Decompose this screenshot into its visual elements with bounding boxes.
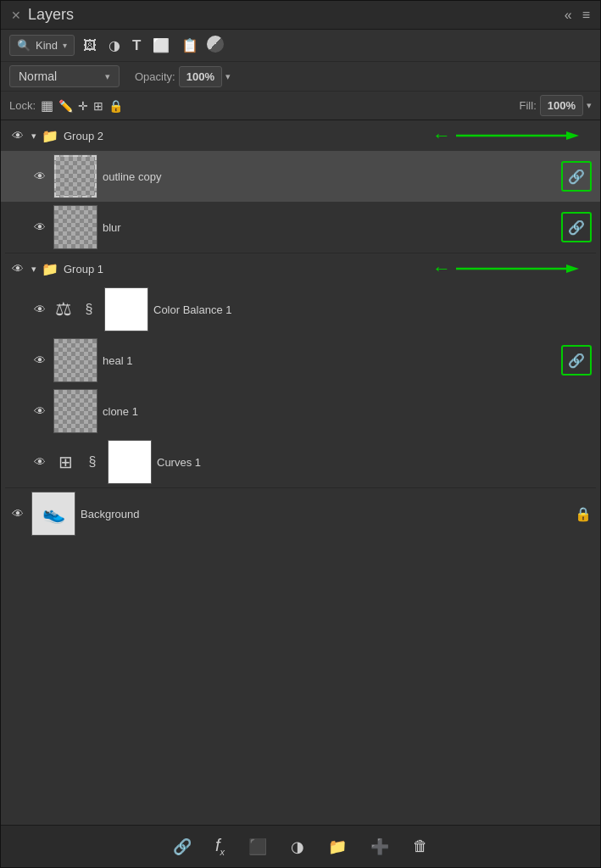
mask-button[interactable]: ⬛ — [245, 834, 270, 860]
lock-label: Lock: — [9, 99, 36, 112]
white-thumbnail — [105, 288, 147, 331]
checker-thumbnail — [54, 339, 97, 381]
search-icon: 🔍 — [17, 39, 31, 52]
layer-row[interactable]: 👁 clone 1 — [1, 386, 600, 437]
layer-row[interactable]: 👁 ⊞ § Curves 1 — [1, 437, 600, 487]
image-filter-icon[interactable]: 🖼 — [80, 36, 100, 55]
blend-chevron-icon: ▾ — [105, 71, 110, 82]
checker-thumbnail — [54, 206, 97, 248]
close-button[interactable]: ✕ — [11, 8, 21, 22]
mask-link-icon: § — [79, 302, 99, 317]
effects-button[interactable]: fx — [212, 832, 228, 860]
link-icon: 🔗 — [568, 169, 585, 185]
layer-thumbnail — [108, 440, 152, 484]
layer-row[interactable]: 👁 ▾ 📁 Group 1 ← — [1, 253, 600, 284]
visibility-icon[interactable]: 👁 — [9, 129, 26, 142]
expand-icon[interactable]: ▾ — [31, 264, 36, 275]
white-thumbnail — [109, 441, 151, 483]
layer-name: Group 1 — [64, 263, 424, 275]
layer-name: heal 1 — [103, 354, 556, 367]
lock-checkerboard-icon[interactable]: ▦ — [41, 97, 53, 114]
group-folder-icon: 📁 — [42, 128, 58, 144]
expand-icon[interactable]: ▾ — [31, 131, 36, 142]
fill-section: Fill: 100% ▾ — [520, 95, 592, 116]
curves-adjustment-icon: ⊞ — [53, 452, 77, 472]
visibility-icon[interactable]: 👁 — [31, 455, 48, 469]
panel-title: Layers — [28, 6, 74, 24]
layer-name: Color Balance 1 — [153, 303, 592, 316]
visibility-icon[interactable]: 👁 — [31, 303, 48, 316]
blendmode-toolbar: Normal ▾ Opacity: 100% ▾ — [1, 62, 600, 92]
layer-thumbnail — [53, 338, 97, 382]
checker-thumbnail — [54, 155, 97, 198]
annotation-arrow-group2: ← — [432, 125, 451, 147]
adjustment-filter-icon[interactable]: ◑ — [105, 36, 124, 55]
opacity-chevron-icon[interactable]: ▾ — [225, 71, 231, 82]
lock-all-icon[interactable]: 🔒 — [109, 99, 123, 113]
layer-thumbnail: 👟 — [31, 492, 75, 536]
filter-toolbar: 🔍 Kind ▾ 🖼 ◑ T ⬜ 📋 — [1, 30, 600, 62]
layer-thumbnail — [104, 287, 148, 331]
fill-value[interactable]: 100% — [540, 95, 583, 116]
adjustment-button[interactable]: ◑ — [287, 834, 308, 860]
layer-name: outline copy — [103, 170, 556, 183]
link-badge[interactable]: 🔗 — [561, 161, 592, 192]
sneaker-thumbnail: 👟 — [32, 492, 75, 535]
layer-row[interactable]: 👁 blur 🔗 — [1, 202, 600, 253]
kind-dropdown[interactable]: 🔍 Kind ▾ — [9, 35, 75, 56]
layer-row[interactable]: 👁 heal 1 🔗 — [1, 335, 600, 386]
shape-filter-icon[interactable]: ⬜ — [149, 36, 173, 55]
title-bar-left: ✕ Layers — [11, 6, 74, 24]
lock-brush-icon[interactable]: ✏️ — [58, 99, 73, 113]
layer-row[interactable]: 👁 outline copy 🔗 — [1, 151, 600, 202]
menu-button[interactable]: ≡ — [582, 8, 590, 23]
fill-chevron-icon[interactable]: ▾ — [587, 100, 592, 111]
layer-name: clone 1 — [103, 405, 592, 418]
layer-row[interactable]: 👁 ▾ 📁 Group 2 ← — [1, 120, 600, 151]
checker-thumbnail — [54, 390, 97, 432]
link-badge[interactable]: 🔗 — [561, 345, 592, 376]
lock-artboard-icon[interactable]: ⊞ — [93, 99, 103, 113]
layer-name: Group 2 — [64, 130, 424, 142]
new-layer-button[interactable]: ➕ — [367, 834, 392, 860]
lock-move-icon[interactable]: ✛ — [78, 99, 88, 113]
layer-row[interactable]: 👁 👟 Background 🔒 — [1, 488, 600, 539]
visibility-icon[interactable]: 👁 — [31, 220, 48, 234]
title-bar: ✕ Layers « ≡ — [1, 1, 600, 30]
svg-marker-1 — [566, 131, 579, 140]
group-folder-icon: 📁 — [42, 261, 58, 277]
visibility-icon[interactable]: 👁 — [31, 353, 48, 367]
annotation-arrow-group1: ← — [432, 258, 451, 280]
layer-thumbnail — [53, 205, 97, 249]
layer-name: blur — [103, 221, 556, 234]
visibility-icon[interactable]: 👁 — [9, 507, 26, 520]
link-badge[interactable]: 🔗 — [561, 212, 592, 242]
link-icon: 🔗 — [568, 353, 585, 369]
visibility-icon[interactable]: 👁 — [31, 404, 48, 418]
annotation-line-group1 — [456, 260, 592, 277]
smartobject-filter-icon[interactable]: 📋 — [178, 36, 202, 55]
svg-marker-3 — [566, 264, 579, 273]
group-button[interactable]: 📁 — [325, 834, 350, 860]
background-lock-icon: 🔒 — [575, 506, 592, 522]
layer-name: Background — [81, 508, 570, 520]
opacity-value[interactable]: 100% — [179, 66, 222, 87]
bottom-toolbar: 🔗 fx ⬛ ◑ 📁 ➕ 🗑 — [1, 825, 600, 867]
link-layers-button[interactable]: 🔗 — [170, 834, 195, 860]
layer-row[interactable]: 👁 ⚖ § Color Balance 1 — [1, 284, 600, 335]
layer-name: Curves 1 — [157, 456, 592, 469]
visibility-icon[interactable]: 👁 — [31, 170, 48, 183]
collapse-button[interactable]: « — [565, 8, 572, 23]
delete-layer-button[interactable]: 🗑 — [409, 834, 431, 859]
visibility-icon[interactable]: 👁 — [9, 262, 26, 275]
lock-toolbar: Lock: ▦ ✏️ ✛ ⊞ 🔒 Fill: 100% ▾ — [1, 92, 600, 120]
balance-adjustment-icon: ⚖ — [53, 298, 74, 320]
circle-filter-icon[interactable] — [207, 36, 224, 56]
link-icon: 🔗 — [568, 220, 585, 236]
opacity-section: Opacity: 100% ▾ — [135, 66, 231, 87]
type-filter-icon[interactable]: T — [129, 36, 144, 56]
blend-mode-dropdown[interactable]: Normal ▾ — [9, 65, 120, 87]
kind-chevron-icon: ▾ — [63, 41, 67, 50]
opacity-label: Opacity: — [135, 70, 175, 83]
annotation-line-group2 — [456, 127, 592, 144]
